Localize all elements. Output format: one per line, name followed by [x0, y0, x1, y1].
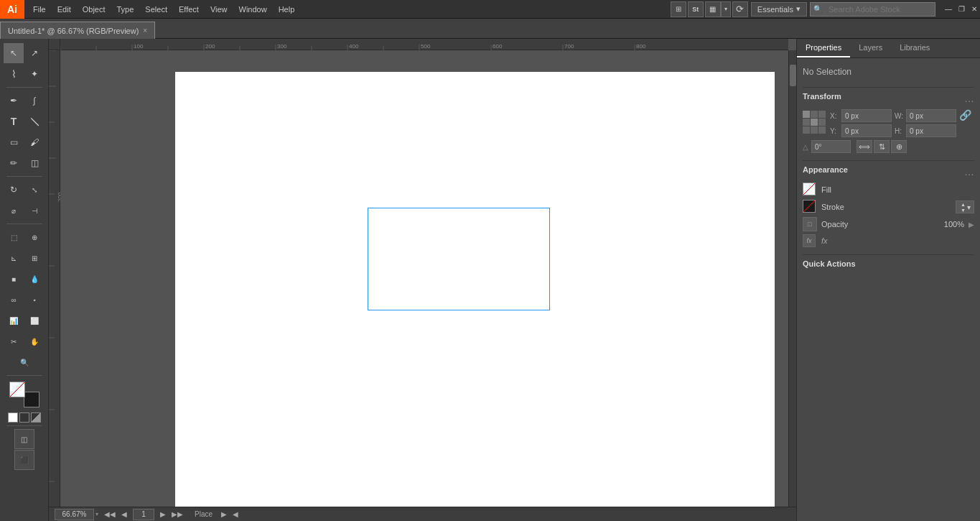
constrain-proportions-icon[interactable]: 🔗	[959, 109, 971, 122]
layout-icon[interactable]: ▦	[705, 1, 721, 17]
gradient-color-button[interactable]	[31, 412, 41, 423]
ref-pt-bm[interactable]	[811, 126, 818, 134]
perspective-grid-tool[interactable]: ⊾	[4, 248, 24, 268]
menu-view[interactable]: View	[205, 0, 233, 19]
sync-icon[interactable]: ⟳	[732, 1, 748, 17]
close-button[interactable]: ✕	[969, 4, 980, 15]
canvas-wrapper[interactable]	[60, 50, 796, 507]
line-tool[interactable]: |	[20, 107, 49, 136]
lasso-tool[interactable]: ⌇	[4, 64, 24, 84]
angle-input[interactable]	[811, 140, 851, 153]
nav-last-button[interactable]: ▶▶	[172, 510, 183, 518]
arrange-icon[interactable]: ⊞	[671, 1, 686, 17]
menu-select[interactable]: Select	[139, 0, 173, 19]
fx-icon[interactable]: fx	[803, 234, 816, 247]
symbol-sprayer-tool[interactable]: ⋆	[24, 290, 45, 310]
pen-tool[interactable]: ✒	[4, 91, 24, 111]
nav-next-button[interactable]: ▶	[160, 510, 166, 518]
menu-edit[interactable]: Edit	[52, 0, 77, 19]
tab-properties[interactable]: Properties	[797, 39, 850, 57]
h-input[interactable]	[906, 124, 956, 137]
hand-tool[interactable]: ✋	[24, 331, 45, 351]
stroke-swatch-icon[interactable]	[803, 200, 817, 214]
mesh-tool[interactable]: ⊞	[24, 248, 45, 268]
menu-effect[interactable]: Effect	[173, 0, 205, 19]
transform-more-button[interactable]: …	[964, 93, 974, 104]
reference-point-grid[interactable]	[803, 111, 826, 134]
pencil-tool[interactable]: ✏	[4, 153, 24, 173]
tab-layers[interactable]: Layers	[850, 39, 891, 57]
stroke-color-swatch[interactable]	[24, 392, 39, 407]
appearance-more-button[interactable]: …	[964, 166, 974, 177]
align-center-button[interactable]: ⊕	[891, 140, 907, 153]
rewind-button[interactable]: ◀	[233, 510, 238, 518]
none-color-button[interactable]	[8, 412, 18, 423]
stroke-weight-control[interactable]: ▲ ▼ ▾	[956, 200, 974, 213]
x-input[interactable]	[841, 109, 892, 122]
ref-pt-tm[interactable]	[811, 111, 818, 118]
artboard-tool[interactable]: ⬜	[24, 310, 45, 331]
warp-tool[interactable]: ⌀	[4, 200, 24, 221]
nav-first-button[interactable]: ◀◀	[104, 510, 116, 518]
stroke-expand-arrow[interactable]: ▾	[967, 203, 971, 211]
menu-file[interactable]: File	[27, 0, 52, 19]
ref-pt-tl[interactable]	[803, 111, 810, 118]
rotate-tool[interactable]: ↻	[4, 180, 24, 200]
menu-object[interactable]: Object	[77, 0, 111, 19]
direct-selection-tool[interactable]: ↗	[24, 43, 45, 63]
search-input[interactable]	[824, 2, 932, 17]
y-input[interactable]	[841, 124, 892, 137]
menu-type[interactable]: Type	[111, 0, 140, 19]
document-tab[interactable]: Untitled-1* @ 66.67% (RGB/Preview) ×	[0, 22, 155, 39]
w-input[interactable]	[906, 109, 956, 122]
menu-window[interactable]: Window	[233, 0, 273, 19]
column-graph-tool[interactable]: 📊	[4, 310, 24, 331]
menu-help[interactable]: Help	[273, 0, 301, 19]
shaper-tool[interactable]: ◫	[24, 153, 45, 173]
draw-mode-button[interactable]: ◫	[14, 429, 34, 449]
scrollbar-thumb[interactable]	[790, 65, 796, 86]
slice-tool[interactable]: ✂	[4, 331, 24, 351]
magic-wand-tool[interactable]: ✦	[24, 64, 45, 84]
maximize-button[interactable]: ❐	[956, 4, 967, 15]
tab-close-button[interactable]: ×	[143, 27, 147, 34]
workspace-button[interactable]: Essentials ▾	[751, 2, 807, 17]
zoom-input[interactable]	[55, 509, 94, 520]
stroke-weight-arrows[interactable]: ▲ ▼	[961, 202, 966, 213]
flip-vertical-button[interactable]: ⇅	[874, 140, 890, 153]
screen-mode-button[interactable]: ⬛	[14, 450, 34, 470]
ref-pt-mr[interactable]	[818, 119, 826, 126]
width-tool[interactable]: ⊣	[24, 200, 45, 221]
minimize-button[interactable]: —	[943, 4, 954, 15]
ref-pt-tr[interactable]	[818, 111, 826, 118]
layout-dropdown[interactable]: ▾	[721, 1, 731, 17]
canvas-area[interactable]: 100 200 300 400 500 600 700 800	[49, 39, 796, 521]
ref-pt-bl[interactable]	[803, 126, 810, 134]
fill-color-swatch[interactable]	[9, 382, 25, 397]
scale-tool[interactable]: ⤡	[24, 180, 45, 200]
shape-builder-tool[interactable]: ⊕	[24, 227, 45, 247]
nav-prev-button[interactable]: ◀	[121, 510, 127, 518]
fill-swatch-icon[interactable]	[803, 183, 817, 197]
ref-pt-ml[interactable]	[803, 119, 810, 126]
gradient-tool[interactable]: ■	[4, 269, 24, 289]
zoom-tool[interactable]: 🔍	[14, 352, 34, 372]
scrollbar-vertical[interactable]	[788, 50, 796, 507]
opacity-expand-icon[interactable]: ▶	[969, 221, 974, 229]
color-button[interactable]	[19, 412, 29, 423]
zoom-dropdown-icon[interactable]: ▾	[95, 511, 98, 517]
play-button[interactable]: ▶	[221, 510, 227, 518]
selection-tool[interactable]: ↖	[4, 43, 24, 63]
eyedropper-tool[interactable]: 💧	[24, 269, 45, 289]
paintbrush-tool[interactable]: 🖌	[24, 132, 45, 152]
flip-horizontal-button[interactable]: ⟺	[857, 140, 872, 153]
stock-icon[interactable]: St	[688, 1, 704, 17]
blend-tool[interactable]: ∞	[4, 290, 24, 310]
free-transform-tool[interactable]: ⬚	[4, 227, 24, 247]
opacity-value[interactable]: 100%	[944, 220, 964, 229]
page-input[interactable]	[133, 509, 154, 520]
ref-pt-mm[interactable]	[811, 119, 818, 126]
ref-pt-br[interactable]	[818, 126, 826, 134]
rectangle-tool[interactable]: ▭	[4, 132, 24, 152]
tab-libraries[interactable]: Libraries	[891, 39, 938, 57]
